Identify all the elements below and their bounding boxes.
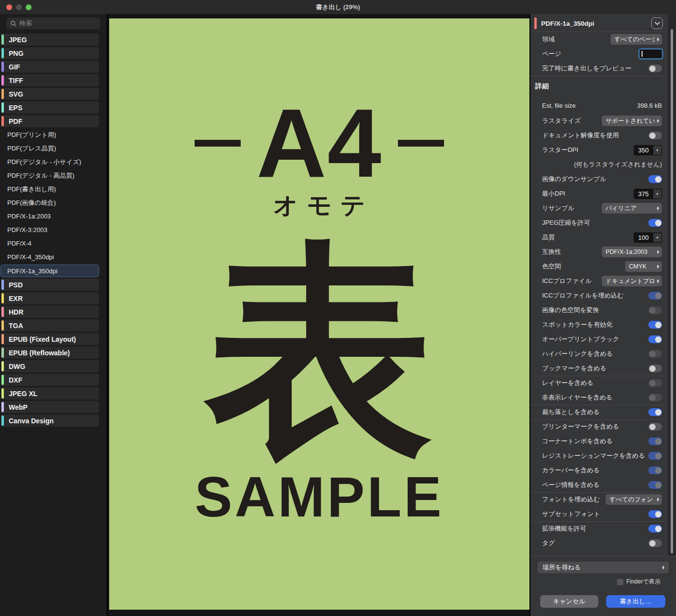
format-label: GIF [9, 63, 20, 71]
preset-item-pdf-[interactable]: PDF(デジタル - 高品質) [1, 169, 99, 182]
close-button[interactable] [6, 4, 12, 10]
toggle-レジストレーションマークを含める[interactable] [648, 452, 662, 460]
format-item-tga[interactable]: TGA [1, 319, 99, 332]
show-in-finder-checkbox[interactable] [617, 579, 624, 585]
toggle-knob [649, 424, 656, 430]
finder-row: Finderで表示 [617, 578, 660, 586]
format-item-webp[interactable]: WebP [1, 401, 99, 413]
format-label: EPUB (Reflowable) [9, 349, 70, 357]
format-item-tiff[interactable]: TIFF [1, 74, 99, 86]
toggle-ブックマークを含める[interactable] [648, 365, 662, 372]
toggle-オーバープリントブラック[interactable] [648, 335, 662, 343]
settings-row: 完了時に書き出しをプレビュー [530, 61, 668, 76]
toggle-knob [655, 322, 661, 328]
settings-row: プリンターマークを含める [530, 419, 668, 434]
preset-item-pdf-[interactable]: PDF(書き出し用) [1, 183, 99, 195]
preset-item-pdf-x-4[interactable]: PDF/X-4 [1, 237, 99, 250]
toggle-完了時に書き出しをプレビュー[interactable] [648, 65, 662, 72]
toggle-タグ[interactable] [648, 539, 662, 547]
save-location-dropdown[interactable]: 場所を尋ねる ▲▼ [538, 562, 669, 573]
format-item-epub-fixed-layout-[interactable]: EPUB (Fixed Layout) [1, 333, 99, 345]
fullscreen-button[interactable] [26, 4, 32, 10]
toggle-カラーバーを含める[interactable] [648, 466, 662, 474]
preset-item-pdf-[interactable]: PDF(プリント用) [1, 129, 99, 141]
toggle-ドキュメント解像度を使用[interactable] [648, 132, 662, 139]
setting-label: コーナートンボを含める [542, 437, 612, 446]
dropdown-ラスタライズ[interactable]: サポートされてい…▲▼ [602, 116, 662, 126]
toggle-knob [655, 482, 661, 488]
format-label: PDF(プレス品質) [7, 144, 56, 153]
dropdown-フォントを埋め込む[interactable]: すべてのフォント▲▼ [606, 494, 662, 505]
format-item-dwg[interactable]: DWG [1, 360, 99, 372]
format-item-svg[interactable]: SVG [1, 88, 99, 100]
toggle-画像のダウンサンプル[interactable] [648, 175, 662, 183]
format-item-hdr[interactable]: HDR [1, 306, 99, 318]
format-label: PDF/X-4 [7, 240, 32, 247]
toggle-スポットカラーを有効化[interactable] [648, 321, 662, 329]
combo-value[interactable]: 350 [634, 145, 653, 155]
format-item-gif[interactable]: GIF [1, 61, 99, 73]
format-item-png[interactable]: PNG [1, 47, 99, 59]
preset-item-pdf-x-1a-2003[interactable]: PDF/X-1a:2003 [1, 210, 99, 222]
settings-row: 非表示レイヤーを含める [530, 390, 668, 405]
setting-label: カラーバーを含める [542, 466, 600, 475]
settings-row: オーバープリントブラック [530, 332, 668, 347]
toggle-裁ち落としを含める[interactable] [648, 408, 662, 416]
dropdown-互換性[interactable]: PDF/X-1a:2003▲▼ [602, 247, 662, 257]
dropdown-ICCプロファイル[interactable]: ドキュメントプロ…▲▼ [602, 276, 662, 286]
format-list: JPEGPNGGIFTIFFSVGEPSPDFPDF(プリント用)PDF(プレス… [0, 33, 99, 428]
combo-value[interactable]: 375 [634, 189, 653, 199]
preset-item-pdf-[interactable]: PDF(デジタル - 小サイズ) [1, 156, 99, 168]
format-item-dxf[interactable]: DXF [1, 374, 99, 386]
toggle-ハイパーリンクを含める[interactable] [648, 350, 662, 358]
search-input[interactable]: 検索 [6, 17, 100, 29]
combo-dropdown-button[interactable]: ▼ [653, 145, 662, 155]
format-item-psd[interactable]: PSD [1, 279, 99, 291]
collapse-button[interactable] [651, 17, 663, 29]
toggle-画像の色空間を変換[interactable] [648, 306, 662, 314]
combo-dropdown-button[interactable]: ▼ [653, 233, 662, 243]
dropdown-色空間[interactable]: CMYK▲▼ [625, 261, 662, 272]
setting-label: JPEG圧縮を許可 [542, 218, 590, 227]
toggle-コーナートンボを含める[interactable] [648, 437, 662, 445]
export-button[interactable]: 書き出し… [606, 595, 665, 608]
page-range-input[interactable] [640, 50, 662, 58]
toggle-拡張機能を許可[interactable] [648, 525, 662, 533]
format-item-jpeg-xl[interactable]: JPEG XL [1, 387, 99, 400]
dropdown-リサンプル[interactable]: バイリニア▲▼ [602, 203, 662, 214]
toggle-ICCプロファイルを埋め込む[interactable] [648, 292, 662, 300]
format-item-exr[interactable]: EXR [1, 292, 99, 304]
toggle-レイヤーを含める[interactable] [648, 379, 662, 387]
format-item-eps[interactable]: EPS [1, 101, 99, 114]
preset-item-pdf-[interactable]: PDF(プレス品質) [1, 142, 99, 154]
toggle-JPEG圧縮を許可[interactable] [648, 219, 662, 227]
setting-label: ページ情報を含める [542, 481, 600, 489]
format-item-jpeg[interactable]: JPEG [1, 33, 99, 46]
preset-item-pdf-[interactable]: PDF(画像の統合) [1, 197, 99, 209]
preset-item-pdf-x-1a-350dpi[interactable]: PDF/X-1a_350dpi [0, 265, 99, 277]
dropdown-領域[interactable]: すべてのページ▲▼ [610, 34, 662, 45]
toggle-非表示レイヤーを含める[interactable] [648, 394, 662, 401]
format-item-epub-reflowable-[interactable]: EPUB (Reflowable) [1, 347, 99, 359]
preset-item-pdf-x-3-2003[interactable]: PDF/X-3:2003 [1, 224, 99, 236]
format-item-canva-design[interactable]: Canva Design [1, 415, 99, 427]
format-item-pdf[interactable]: PDF [1, 115, 99, 127]
scrollbar-thumb[interactable] [671, 29, 673, 553]
preset-item-pdf-x-4-350dpi[interactable]: PDF/X-4_350dpi [1, 251, 99, 263]
toggle-プリンターマークを含める[interactable] [648, 423, 662, 431]
settings-row: フォントを埋め込むすべてのフォント▲▼ [530, 492, 668, 507]
combo-dropdown-button[interactable]: ▼ [653, 189, 662, 199]
format-label: SVG [9, 90, 23, 98]
toggle-knob [655, 409, 661, 416]
toggle-サブセットフォント[interactable] [648, 510, 662, 518]
dropdown-value: すべてのフォント [610, 496, 655, 504]
toggle-knob [655, 453, 661, 459]
format-label: EPUB (Fixed Layout) [9, 335, 76, 343]
cancel-button[interactable]: キャンセル [540, 595, 598, 608]
combo-value[interactable]: 100 [634, 233, 653, 243]
format-label: TIFF [9, 77, 23, 84]
toggle-ページ情報を含める[interactable] [648, 481, 662, 489]
setting-label: Est. file size [542, 102, 576, 109]
format-label: PDF/X-4_350dpi [7, 253, 54, 261]
settings-row: 裁ち落としを含める [530, 405, 668, 419]
